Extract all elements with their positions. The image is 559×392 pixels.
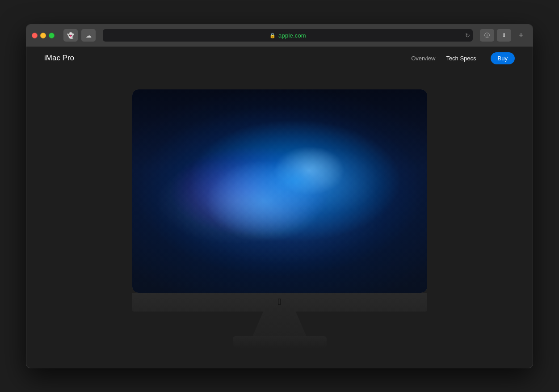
overview-nav-link[interactable]: Overview xyxy=(411,55,435,62)
imac-body xyxy=(132,89,427,293)
title-bar: 👻 ☁ 🔒 apple.com ↻ ⓘ ⬇ + xyxy=(26,25,533,47)
minimize-button[interactable] xyxy=(40,33,46,38)
imac-illustration:  xyxy=(132,89,427,349)
new-tab-button[interactable]: + xyxy=(515,29,527,42)
main-content:  xyxy=(26,70,533,368)
apple-logo-icon:  xyxy=(278,297,281,307)
page-title: iMac Pro xyxy=(44,54,411,63)
maximize-button[interactable] xyxy=(49,33,55,38)
download-icon: ⬇ xyxy=(502,32,506,38)
buy-button[interactable]: Buy xyxy=(491,52,515,64)
right-toolbar-buttons: ⓘ ⬇ xyxy=(480,29,511,42)
lock-icon: 🔒 xyxy=(269,33,276,38)
browser-window: 👻 ☁ 🔒 apple.com ↻ ⓘ ⬇ + iMac xyxy=(26,24,533,368)
address-bar[interactable]: 🔒 apple.com ↻ xyxy=(103,29,473,42)
close-button[interactable] xyxy=(32,33,38,38)
imac-stand-neck xyxy=(253,312,307,336)
cloud-icon: ☁ xyxy=(86,32,92,39)
cloud-icon-button[interactable]: ☁ xyxy=(81,29,96,42)
ghost-icon: 👻 xyxy=(67,32,74,39)
screen-wallpaper xyxy=(132,89,427,293)
nav-links: Overview Tech Specs Buy xyxy=(411,52,515,64)
imac-stand-base xyxy=(233,336,327,349)
download-button[interactable]: ⬇ xyxy=(497,29,511,42)
traffic-lights xyxy=(32,33,55,38)
info-icon: ⓘ xyxy=(484,32,490,39)
page-nav: iMac Pro Overview Tech Specs Buy xyxy=(26,47,533,70)
imac-screen xyxy=(132,89,427,293)
tech-specs-nav-link[interactable]: Tech Specs xyxy=(446,55,476,62)
ghost-icon-button[interactable]: 👻 xyxy=(63,29,78,42)
cloud-overlay xyxy=(132,89,427,293)
toolbar-left-buttons: 👻 ☁ xyxy=(63,29,96,42)
refresh-button[interactable]: ↻ xyxy=(465,32,470,39)
address-bar-container: 🔒 apple.com ↻ xyxy=(103,29,473,42)
info-button[interactable]: ⓘ xyxy=(480,29,494,42)
plus-icon: + xyxy=(519,31,524,40)
imac-chin:  xyxy=(132,293,427,312)
url-text: apple.com xyxy=(278,32,306,39)
